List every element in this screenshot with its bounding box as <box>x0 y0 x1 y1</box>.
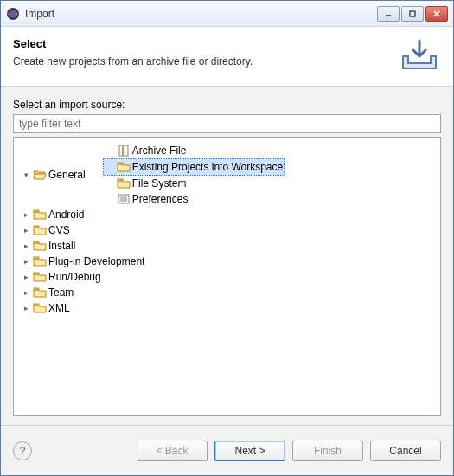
expand-icon[interactable]: ▸ <box>21 209 31 220</box>
import-source-tree[interactable]: ▾ General Archive File Exi <box>13 137 441 416</box>
expand-icon[interactable]: ▸ <box>21 241 31 251</box>
close-button[interactable] <box>425 6 448 22</box>
tree-item-rundebug[interactable]: ▸ Run/Debug <box>19 269 103 285</box>
svg-rect-15 <box>34 210 39 212</box>
tree-item-install[interactable]: ▸ Install <box>19 238 77 254</box>
tree-item-general[interactable]: ▾ General <box>19 167 87 183</box>
tree-label: Archive File <box>132 143 187 158</box>
folder-icon <box>33 239 47 253</box>
expand-icon[interactable]: ▸ <box>21 225 31 235</box>
collapse-icon[interactable]: ▾ <box>21 170 31 180</box>
tree-label: Run/Debug <box>48 269 101 285</box>
tree-label: General <box>48 167 86 183</box>
tree-item-file-system[interactable]: File System <box>103 176 189 191</box>
minimize-button[interactable] <box>377 6 400 22</box>
finish-button[interactable]: Finish <box>292 441 363 461</box>
titlebar[interactable]: Import <box>1 1 453 27</box>
tree-item-team[interactable]: ▸ Team <box>19 285 75 300</box>
next-button[interactable]: Next > <box>214 441 285 461</box>
folder-icon <box>33 223 47 237</box>
tree-label: Install <box>48 238 75 254</box>
back-button[interactable]: < Back <box>137 441 208 461</box>
tree-label: CVS <box>48 222 70 238</box>
archive-icon <box>117 144 131 158</box>
svg-rect-8 <box>122 145 124 156</box>
header-title: Select <box>13 37 391 50</box>
folder-open-icon <box>33 168 47 182</box>
folder-icon <box>33 286 47 299</box>
svg-rect-10 <box>118 179 123 181</box>
tree-item-cvs[interactable]: ▸ CVS <box>19 222 72 238</box>
wizard-header: Select Create new projects from an archi… <box>1 27 453 87</box>
tree-item-android[interactable]: ▸ Android <box>19 207 86 222</box>
filter-input[interactable] <box>13 114 441 133</box>
preferences-icon <box>117 192 131 206</box>
expand-icon[interactable]: ▸ <box>21 272 31 282</box>
window-title: Import <box>25 8 377 20</box>
tree-item-existing-projects[interactable]: Existing Projects into Workspace <box>103 158 285 176</box>
tree-label: Preferences <box>132 191 189 207</box>
folder-icon <box>33 301 47 315</box>
folder-icon <box>117 177 131 190</box>
project-folder-icon <box>117 160 131 174</box>
import-icon <box>398 39 441 74</box>
tree-item-archive-file[interactable]: Archive File <box>103 143 189 158</box>
import-dialog: Import Select Create new projects from a… <box>0 0 454 476</box>
svg-rect-16 <box>34 226 39 228</box>
tree-label: Plug-in Development <box>48 254 144 269</box>
folder-icon <box>33 270 47 284</box>
tree-label: Android <box>48 207 84 222</box>
svg-rect-9 <box>118 163 123 164</box>
maximize-button[interactable] <box>401 6 424 22</box>
tree-label: File System <box>132 176 187 191</box>
tree-item-plugin-dev[interactable]: ▸ Plug-in Development <box>19 254 146 269</box>
tree-label: XML <box>48 300 70 316</box>
tree-item-xml[interactable]: ▸ XML <box>19 300 72 316</box>
header-subtitle: Create new projects from an archive file… <box>13 55 391 68</box>
cancel-button[interactable]: Cancel <box>370 441 441 461</box>
tree-item-preferences[interactable]: Preferences <box>103 191 190 207</box>
svg-rect-19 <box>34 273 39 274</box>
tree-label: Team <box>48 285 74 300</box>
svg-point-2 <box>10 10 17 17</box>
button-bar: ? < Back Next > Finish Cancel <box>1 425 453 475</box>
svg-rect-18 <box>34 257 39 259</box>
eclipse-icon <box>6 7 20 21</box>
expand-icon[interactable]: ▸ <box>21 256 31 267</box>
tree-label: Existing Projects into Workspace <box>132 159 284 175</box>
expand-icon[interactable]: ▸ <box>21 303 31 313</box>
svg-rect-4 <box>410 11 415 16</box>
svg-rect-17 <box>34 241 39 243</box>
folder-icon <box>33 254 47 268</box>
help-button[interactable]: ? <box>13 441 32 460</box>
svg-rect-20 <box>34 288 39 290</box>
expand-icon[interactable]: ▸ <box>21 287 31 298</box>
source-label: Select an import source: <box>13 99 441 111</box>
svg-rect-21 <box>34 304 39 306</box>
folder-icon <box>33 208 47 222</box>
